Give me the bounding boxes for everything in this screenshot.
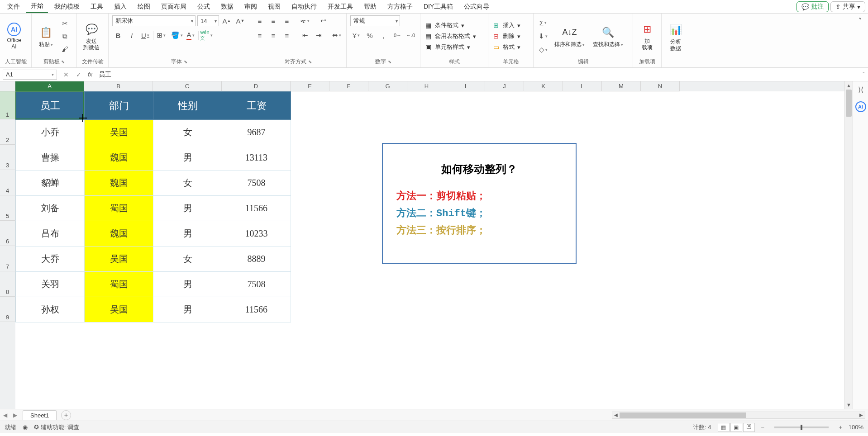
col-header-L[interactable]: L — [563, 81, 602, 91]
hscroll-right-button[interactable]: ▶ — [858, 412, 865, 418]
cell-style-button[interactable]: ▣单元格样式 ▾ — [424, 43, 476, 51]
col-header-A[interactable]: A — [15, 81, 84, 91]
increase-decimal-button[interactable]: .0→ — [391, 30, 403, 41]
worksheet-grid[interactable]: ABCDEFGHIJKLMN 123456789 员工部门性别工资小乔吴国女96… — [0, 81, 853, 409]
wrap-text-button[interactable]: ↩ — [317, 15, 329, 26]
sheet-nav-prev[interactable]: ◀ — [0, 411, 10, 420]
increase-font-button[interactable]: A▲ — [221, 15, 233, 26]
data-cell[interactable]: 曹操 — [16, 145, 85, 171]
table-format-button[interactable]: ▤套用表格格式 ▾ — [424, 32, 476, 40]
conditional-format-button[interactable]: ▦条件格式 ▾ — [424, 21, 476, 29]
menu-diy[interactable]: DIY工具箱 — [419, 1, 458, 13]
align-top-button[interactable]: ≡ — [254, 15, 266, 26]
data-cell[interactable]: 男 — [153, 221, 222, 246]
share-button[interactable]: ⇪ 共享 ▾ — [830, 1, 865, 12]
send-wechat-button[interactable]: 💬 发送到微信 — [81, 21, 102, 52]
data-cell[interactable]: 大乔 — [16, 246, 85, 272]
data-cell[interactable]: 女 — [153, 120, 222, 145]
number-launcher[interactable]: ⬊ — [388, 59, 391, 64]
menu-formula-guide[interactable]: 公式向导 — [459, 1, 494, 13]
delete-cells-button[interactable]: ⊟删除 ▾ — [492, 32, 520, 40]
data-cell[interactable]: 男 — [153, 145, 222, 171]
fill-button[interactable]: ⬇ — [537, 31, 549, 42]
autosum-button[interactable]: Σ — [537, 17, 549, 28]
sort-filter-button[interactable]: A↓Z 排序和筛选 — [552, 24, 587, 48]
data-cell[interactable]: 10233 — [222, 221, 291, 246]
data-cell[interactable]: 男 — [153, 297, 222, 322]
data-cell[interactable]: 魏国 — [85, 221, 153, 246]
collapse-rail-button[interactable]: ⟩⟨ — [855, 84, 866, 95]
data-cell[interactable]: 蜀国 — [85, 272, 153, 297]
zoom-level[interactable]: 100% — [849, 424, 863, 431]
align-left-button[interactable]: ≡ — [254, 30, 266, 41]
name-box[interactable]: A1 — [3, 70, 57, 80]
view-normal-button[interactable]: ▦ — [718, 423, 730, 432]
col-header-B[interactable]: B — [84, 81, 153, 91]
row-header-2[interactable]: 2 — [0, 119, 15, 145]
hscroll-left-button[interactable]: ◀ — [612, 412, 620, 418]
row-header-6[interactable]: 6 — [0, 221, 15, 246]
data-cell[interactable]: 魏国 — [85, 145, 153, 171]
menu-automate[interactable]: 自动执行 — [287, 1, 321, 13]
cancel-edit-button[interactable]: ✕ — [60, 70, 72, 80]
col-header-N[interactable]: N — [641, 81, 680, 91]
ai-rail-button[interactable]: AI — [855, 101, 866, 112]
collapse-ribbon-button[interactable]: ˅ — [854, 15, 866, 26]
view-page-break-button[interactable]: 凹 — [743, 423, 755, 432]
merge-center-button[interactable]: ⬌ — [331, 30, 343, 41]
menu-home[interactable]: 开始 — [26, 0, 48, 13]
menu-developer[interactable]: 开发工具 — [323, 1, 358, 13]
hscroll-thumb[interactable] — [620, 412, 746, 418]
font-name-combo[interactable]: 新宋体 — [112, 15, 196, 26]
analyze-data-button[interactable]: 📊 分析 数据 — [665, 21, 686, 52]
fill-color-button[interactable]: 🪣 — [171, 30, 183, 41]
orientation-button[interactable]: ⤽ — [299, 15, 311, 26]
col-header-D[interactable]: D — [222, 81, 291, 91]
menu-draw[interactable]: 绘图 — [133, 1, 155, 13]
bold-button[interactable]: B — [112, 30, 124, 41]
row-header-3[interactable]: 3 — [0, 145, 15, 170]
col-header-F[interactable]: F — [329, 81, 368, 91]
italic-button[interactable]: I — [126, 30, 138, 41]
data-cell[interactable]: 刘备 — [16, 196, 85, 221]
row-header-9[interactable]: 9 — [0, 297, 15, 322]
menu-data[interactable]: 数据 — [216, 1, 238, 13]
format-painter-button[interactable]: 🖌 — [59, 43, 71, 54]
row-header-1[interactable]: 1 — [0, 91, 15, 119]
menu-formulas[interactable]: 公式 — [193, 1, 215, 13]
select-all-button[interactable] — [0, 81, 15, 91]
data-cell[interactable]: 男 — [153, 196, 222, 221]
menu-tools[interactable]: 工具 — [86, 1, 108, 13]
align-center-button[interactable]: ≡ — [267, 30, 279, 41]
data-cell[interactable]: 吕布 — [16, 221, 85, 246]
sheet-tab-active[interactable]: Sheet1 — [23, 410, 57, 420]
clipboard-launcher[interactable]: ⬊ — [61, 59, 65, 64]
header-cell[interactable]: 工资 — [222, 92, 291, 120]
data-cell[interactable]: 关羽 — [16, 272, 85, 297]
confirm-edit-button[interactable]: ✓ — [72, 70, 85, 80]
menu-ffgz[interactable]: 方方格子 — [383, 1, 417, 13]
zoom-out-button[interactable]: − — [761, 424, 765, 431]
data-cell[interactable]: 13113 — [222, 145, 291, 171]
data-cell[interactable]: 貂蝉 — [16, 171, 85, 196]
annotate-button[interactable]: 💬 批注 — [796, 1, 829, 12]
align-middle-button[interactable]: ≡ — [267, 15, 279, 26]
add-sheet-button[interactable]: ＋ — [61, 410, 71, 420]
formula-input[interactable] — [95, 70, 859, 80]
menu-templates[interactable]: 我的模板 — [50, 1, 84, 13]
expand-formula-bar-button[interactable]: ˅ — [859, 71, 868, 78]
menu-view[interactable]: 视图 — [263, 1, 285, 13]
data-cell[interactable]: 7508 — [222, 171, 291, 196]
data-cell[interactable]: 吴国 — [85, 297, 153, 322]
decrease-decimal-button[interactable]: ←.0 — [405, 30, 416, 41]
header-cell[interactable]: 员工 — [16, 92, 85, 120]
insert-cells-button[interactable]: ⊞插入 ▾ — [492, 21, 520, 29]
comma-button[interactable]: , — [377, 30, 389, 41]
menu-file[interactable]: 文件 — [3, 1, 24, 13]
data-cell[interactable]: 蜀国 — [85, 196, 153, 221]
border-button[interactable]: ⊞ — [155, 30, 167, 41]
align-bottom-button[interactable]: ≡ — [281, 15, 293, 26]
data-cell[interactable]: 8889 — [222, 246, 291, 272]
scroll-up-button[interactable]: ▲ — [845, 81, 853, 90]
accessibility-status[interactable]: ✪ 辅助功能: 调查 — [34, 423, 79, 431]
